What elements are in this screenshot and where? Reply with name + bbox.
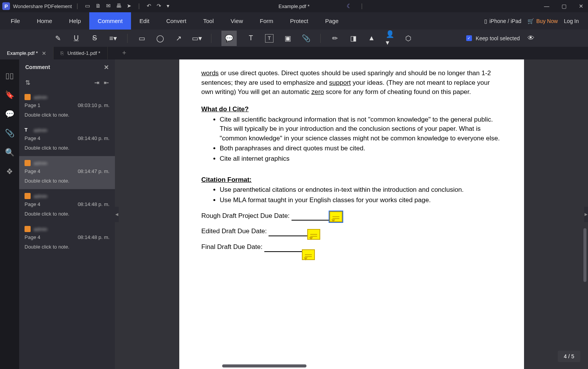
bullet-list: Cite all scientific background informati… bbox=[220, 115, 502, 164]
tab-example[interactable]: Example.pdf * ✕ bbox=[0, 47, 54, 59]
menu-home[interactable]: Home bbox=[28, 12, 61, 30]
note-comment-icon bbox=[25, 94, 31, 100]
bookmarks-icon[interactable]: 🔖 bbox=[5, 90, 14, 99]
comment-page: Page 4 bbox=[25, 201, 40, 207]
new-tab-button[interactable]: + bbox=[108, 47, 141, 59]
vertical-scrollbar[interactable] bbox=[583, 228, 586, 282]
menu-right: ▯iPhone / iPad 🛒Buy Now Log In bbox=[484, 18, 586, 24]
textbox-tool[interactable]: T bbox=[265, 34, 274, 43]
comment-panel: Comment ✕ ⇅ ⇥ ⇤ adminPage 108:03:10 p. m… bbox=[19, 59, 115, 369]
collapse-right-handle[interactable]: ▶ bbox=[584, 207, 588, 222]
list-item: Use parenthetical citations or endnotes … bbox=[220, 185, 502, 195]
rectangle-tool[interactable]: ▭ bbox=[138, 34, 146, 43]
oval-tool[interactable]: ◯ bbox=[156, 34, 164, 43]
visibility-icon[interactable]: 👁 bbox=[527, 34, 534, 42]
menu-protect[interactable]: Protect bbox=[282, 12, 317, 30]
document-title: Example.pdf * bbox=[278, 3, 310, 9]
pdf-page[interactable]: words or use direct quotes. Direct quote… bbox=[179, 59, 524, 369]
highlight-tool[interactable]: ✎ bbox=[54, 34, 62, 43]
redo-icon[interactable]: ↷ bbox=[157, 3, 161, 10]
comment-page: Page 1 bbox=[25, 102, 40, 108]
list-item: Both paraphrases and direct quotes must … bbox=[220, 144, 502, 153]
close-button[interactable]: ✕ bbox=[577, 3, 586, 9]
iphone-ipad-link[interactable]: ▯iPhone / iPad bbox=[484, 18, 521, 24]
list-item: Cite all scientific background informati… bbox=[220, 115, 502, 143]
maximize-button[interactable]: ▢ bbox=[559, 3, 569, 9]
menu-page[interactable]: Page bbox=[317, 12, 347, 30]
list-tool[interactable]: ≡▾ bbox=[109, 34, 117, 43]
comment-time: 08:14:48 p. m. bbox=[78, 201, 110, 207]
attachment-tool[interactable]: 📎 bbox=[302, 34, 310, 43]
menu-convert[interactable]: Convert bbox=[158, 12, 195, 30]
measure-tool[interactable]: ⬡ bbox=[404, 34, 413, 43]
menu-file[interactable]: File bbox=[2, 12, 28, 30]
note-annotation[interactable] bbox=[307, 229, 320, 240]
save-icon[interactable]: 🗎 bbox=[95, 3, 101, 10]
comments-icon[interactable]: 💬 bbox=[5, 109, 14, 119]
comment-author: admin bbox=[34, 226, 47, 232]
note-tool[interactable]: 💬 bbox=[221, 31, 237, 46]
comment-item[interactable]: adminPage 408:14:48 p. m.Double click to… bbox=[19, 222, 115, 255]
comment-item[interactable]: adminPage 408:14:47 p. m.Double click to… bbox=[19, 156, 115, 189]
underlined-text: words bbox=[201, 69, 219, 77]
bullet-list: Use parenthetical citations or endnotes … bbox=[220, 185, 502, 205]
comment-item[interactable]: adminPage 408:14:48 p. m.Double click to… bbox=[19, 189, 115, 222]
pencil-tool[interactable]: ✏ bbox=[331, 34, 339, 43]
horizontal-scrollbar[interactable] bbox=[222, 364, 306, 367]
keep-label: Keep tool selected bbox=[476, 35, 520, 41]
menu-form[interactable]: Form bbox=[251, 12, 282, 30]
share-icon[interactable]: ➤ bbox=[127, 3, 131, 10]
comment-time: 08:14:40 p. m. bbox=[78, 135, 110, 141]
note-annotation[interactable] bbox=[329, 211, 342, 222]
import-icon[interactable]: ⇥ bbox=[94, 79, 99, 86]
menu-help[interactable]: Help bbox=[61, 12, 89, 30]
thumbnails-icon[interactable]: ▯▯ bbox=[5, 71, 14, 80]
document-tabs: Example.pdf * ✕ ⎘ Untitled-1.pdf * + bbox=[0, 47, 588, 59]
eraser-tool[interactable]: ◨ bbox=[349, 34, 357, 43]
plus-icon: + bbox=[115, 49, 134, 57]
menu-view[interactable]: View bbox=[222, 12, 251, 30]
panel-close-icon[interactable]: ✕ bbox=[104, 64, 109, 71]
comment-text: Double click to note. bbox=[25, 178, 110, 184]
export-icon[interactable]: ⇤ bbox=[104, 79, 109, 86]
strikethrough-tool[interactable]: S bbox=[90, 34, 99, 43]
underline-tool[interactable]: U bbox=[72, 34, 80, 43]
print-icon[interactable]: 🖶 bbox=[116, 3, 121, 10]
undo-icon[interactable]: ↶ bbox=[147, 3, 151, 10]
layers-icon[interactable]: ❖ bbox=[5, 167, 14, 176]
menu-comment[interactable]: Comment bbox=[89, 12, 131, 30]
login-link[interactable]: Log In bbox=[564, 18, 579, 24]
keep-tool-selected[interactable]: ✓ Keep tool selected 👁 bbox=[466, 34, 534, 42]
comment-list: adminPage 108:03:10 p. m.Double click to… bbox=[19, 90, 115, 369]
menu-edit[interactable]: Edit bbox=[131, 12, 158, 30]
signature-tool[interactable]: 👤▾ bbox=[386, 34, 394, 43]
comment-toolbar: ✎ U S ≡▾ ▭ ◯ ↗ ▭▾ 💬 T T ▣ 📎 ✏ ◨ ▲ 👤▾ ⬡ ✓… bbox=[0, 30, 588, 47]
tab-close-icon[interactable]: ✕ bbox=[42, 50, 46, 56]
tab-untitled[interactable]: ⎘ Untitled-1.pdf * bbox=[54, 47, 108, 59]
callout-tool[interactable]: ▣ bbox=[283, 34, 292, 43]
comment-item[interactable]: TadminPage 408:14:40 p. m.Double click t… bbox=[19, 123, 115, 156]
dark-mode-icon[interactable]: ☾ bbox=[347, 3, 352, 10]
open-icon[interactable]: ▭ bbox=[85, 3, 90, 10]
left-rail: ▯▯ 🔖 💬 📎 🔍 ❖ bbox=[0, 59, 19, 369]
app-logo: P bbox=[2, 2, 10, 10]
mail-icon[interactable]: ✉ bbox=[106, 3, 111, 10]
attachments-icon[interactable]: 📎 bbox=[5, 128, 14, 138]
menu-tool[interactable]: Tool bbox=[195, 12, 222, 30]
search-icon[interactable]: 🔍 bbox=[5, 148, 14, 157]
stamp-tool[interactable]: ▲ bbox=[367, 34, 376, 43]
more-icon[interactable]: ▾ bbox=[167, 3, 169, 10]
quick-access-group: ▭ 🗎 ✉ 🖶 ➤ | ↶ ↷ ▾ bbox=[85, 3, 169, 10]
arrow-tool[interactable]: ↗ bbox=[174, 34, 183, 43]
comment-item[interactable]: adminPage 108:03:10 p. m.Double click to… bbox=[19, 90, 115, 123]
note-annotation[interactable] bbox=[302, 249, 315, 260]
buy-now-link[interactable]: 🛒Buy Now bbox=[527, 18, 558, 24]
comment-time: 08:14:47 p. m. bbox=[78, 168, 110, 174]
body-run: score for any form of cheating found on … bbox=[324, 88, 471, 96]
titlebar-divider: | bbox=[77, 3, 78, 10]
collapse-left-handle[interactable]: ◀ bbox=[115, 207, 119, 222]
shape-tool[interactable]: ▭▾ bbox=[193, 34, 201, 43]
minimize-button[interactable]: — bbox=[542, 3, 552, 9]
text-tool[interactable]: T bbox=[247, 34, 255, 43]
sort-icon[interactable]: ⇅ bbox=[25, 79, 30, 86]
